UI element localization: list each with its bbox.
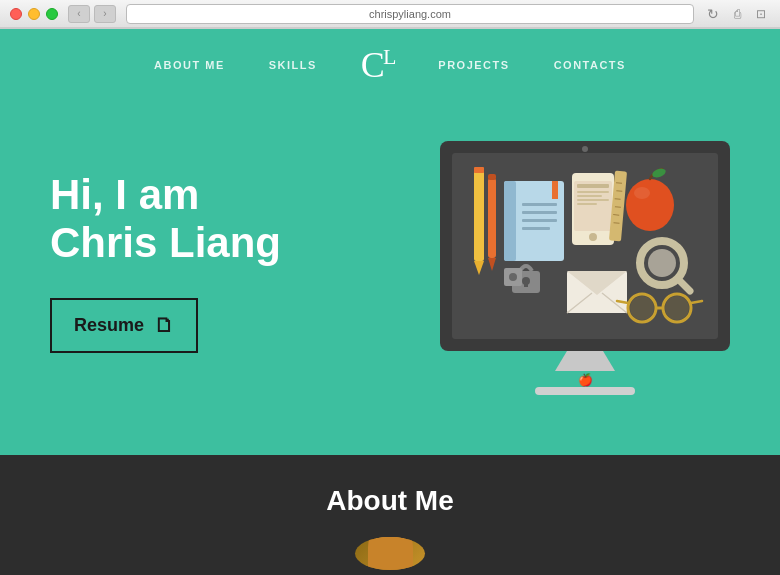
nav-links: ABOUT ME SKILLS CL PROJECTS CONTACTS bbox=[132, 44, 648, 86]
svg-point-43 bbox=[509, 273, 517, 281]
svg-line-48 bbox=[615, 207, 621, 208]
new-tab-icon[interactable]: ⊡ bbox=[752, 5, 770, 23]
apple-logo-text: 🍎 bbox=[440, 373, 730, 387]
reload-icon[interactable]: ↻ bbox=[704, 5, 722, 23]
nav-about-me[interactable]: ABOUT ME bbox=[132, 59, 247, 71]
traffic-lights bbox=[10, 8, 58, 20]
svg-rect-9 bbox=[522, 203, 557, 206]
svg-rect-4 bbox=[488, 178, 496, 258]
nav-logo[interactable]: CL bbox=[339, 44, 416, 86]
svg-point-24 bbox=[589, 233, 597, 241]
avatar-body bbox=[368, 537, 413, 570]
svg-rect-8 bbox=[504, 181, 516, 261]
logo-l: L bbox=[383, 44, 394, 69]
back-button[interactable]: ‹ bbox=[68, 5, 90, 23]
address-bar[interactable]: chrispyliang.com bbox=[126, 4, 694, 24]
svg-line-46 bbox=[616, 191, 622, 192]
svg-line-49 bbox=[613, 215, 619, 216]
svg-rect-13 bbox=[552, 181, 558, 199]
browser-titlebar: ‹ › chrispyliang.com ↻ ⎙ ⊡ bbox=[0, 0, 780, 28]
maximize-button[interactable] bbox=[46, 8, 58, 20]
svg-rect-3 bbox=[474, 167, 484, 173]
svg-rect-22 bbox=[577, 199, 609, 201]
browser-chrome: ‹ › chrispyliang.com ↻ ⎙ ⊡ bbox=[0, 0, 780, 29]
hero-heading: Hi, I am Chris Liang bbox=[50, 171, 281, 268]
monitor-base bbox=[535, 387, 635, 395]
close-button[interactable] bbox=[10, 8, 22, 20]
svg-point-25 bbox=[626, 179, 674, 231]
monitor-stand bbox=[555, 351, 615, 371]
svg-point-40 bbox=[630, 296, 654, 320]
svg-rect-23 bbox=[577, 203, 597, 205]
svg-rect-11 bbox=[522, 219, 557, 222]
monitor-camera bbox=[582, 146, 588, 152]
about-section: About Me bbox=[0, 455, 780, 575]
svg-rect-19 bbox=[577, 184, 609, 188]
svg-rect-12 bbox=[522, 227, 550, 230]
hero-greeting: Hi, I am bbox=[50, 171, 199, 218]
svg-point-29 bbox=[648, 249, 676, 277]
website-content: ABOUT ME SKILLS CL PROJECTS CONTACTS Hi,… bbox=[0, 29, 780, 575]
forward-button[interactable]: › bbox=[94, 5, 116, 23]
svg-rect-1 bbox=[474, 171, 484, 261]
logo-c: C bbox=[361, 45, 383, 85]
svg-point-26 bbox=[634, 187, 650, 199]
svg-rect-10 bbox=[522, 211, 557, 214]
svg-rect-16 bbox=[524, 281, 528, 287]
nav-contacts[interactable]: CONTACTS bbox=[532, 59, 648, 71]
svg-rect-18 bbox=[574, 181, 612, 231]
resume-button[interactable]: Resume 🗋 bbox=[50, 298, 198, 353]
browser-toolbar-icons: ↻ ⎙ ⊡ bbox=[704, 5, 770, 23]
svg-line-47 bbox=[615, 199, 621, 200]
url-text: chrispyliang.com bbox=[369, 8, 451, 20]
nav-projects[interactable]: PROJECTS bbox=[416, 59, 531, 71]
main-nav: ABOUT ME SKILLS CL PROJECTS CONTACTS bbox=[0, 29, 780, 101]
share-icon[interactable]: ⎙ bbox=[728, 5, 746, 23]
monitor bbox=[440, 141, 730, 351]
svg-line-45 bbox=[616, 183, 622, 184]
hero-text: Hi, I am Chris Liang Resume 🗋 bbox=[50, 131, 281, 353]
minimize-button[interactable] bbox=[28, 8, 40, 20]
browser-nav-buttons: ‹ › bbox=[68, 5, 116, 23]
nav-skills[interactable]: SKILLS bbox=[247, 59, 339, 71]
computer-illustration: 🍎 bbox=[440, 131, 730, 395]
resume-label: Resume bbox=[74, 315, 144, 336]
hero-name: Chris Liang bbox=[50, 219, 281, 266]
svg-rect-5 bbox=[488, 174, 496, 180]
svg-line-50 bbox=[614, 223, 620, 224]
hero-section: Hi, I am Chris Liang Resume 🗋 bbox=[0, 101, 780, 455]
document-icon: 🗋 bbox=[154, 314, 174, 337]
monitor-screen bbox=[452, 153, 718, 339]
svg-rect-20 bbox=[577, 191, 609, 193]
desk-items-svg bbox=[452, 153, 718, 339]
svg-rect-21 bbox=[577, 195, 602, 197]
svg-point-41 bbox=[665, 296, 689, 320]
avatar bbox=[355, 537, 425, 570]
about-title: About Me bbox=[326, 485, 454, 517]
